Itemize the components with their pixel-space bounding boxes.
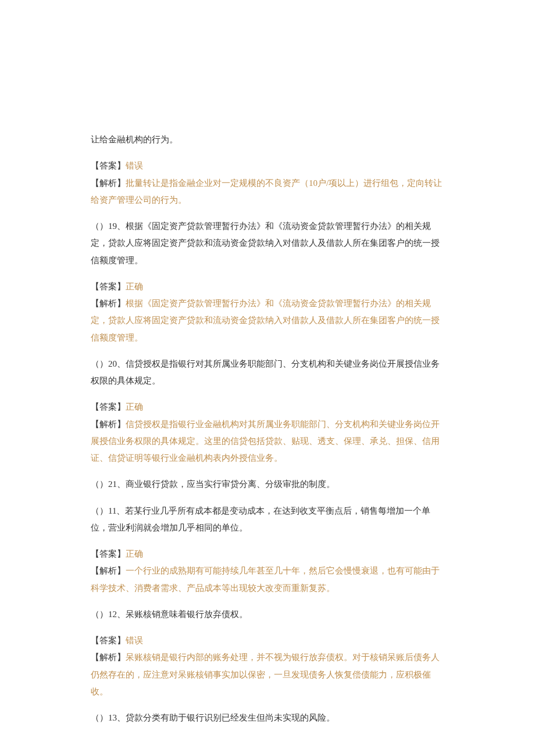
answer-value: 正确 bbox=[126, 549, 143, 558]
analysis-text: 信贷授权是指银行业金融机构对其所属业务职能部门、分支机构和关键业务岗位开展授信业… bbox=[91, 420, 440, 463]
answer-line: 【答案】正确 bbox=[91, 278, 444, 295]
analysis-label: 【解析】 bbox=[91, 566, 126, 575]
analysis-label: 【解析】 bbox=[91, 420, 126, 429]
question-text: （）19、根据《固定资产贷款管理暂行办法》和《流动资金贷款管理暂行办法》的相关规… bbox=[91, 221, 440, 265]
text-fragment: 让给金融机构的行为。 bbox=[91, 135, 178, 144]
q12-answer-block: 【答案】错误 【解析】呆账核销是银行内部的账务处理，并不视为银行放弃债权。对于核… bbox=[91, 632, 444, 700]
question-text: （）13、贷款分类有助于银行识别已经发生但尚未实现的风险。 bbox=[91, 713, 335, 722]
q19-answer-block: 【答案】正确 【解析】根据《固定资产贷款管理暂行办法》和《流动资金贷款管理暂行办… bbox=[91, 278, 444, 346]
q19-question: （）19、根据《固定资产贷款管理暂行办法》和《流动资金贷款管理暂行办法》的相关规… bbox=[91, 218, 444, 269]
answer-label: 【答案】 bbox=[91, 282, 126, 291]
answer-line: 【答案】错误 bbox=[91, 157, 444, 174]
answer-line: 【答案】正确 bbox=[91, 399, 444, 415]
analysis-label: 【解析】 bbox=[91, 653, 126, 662]
q11-answer-block: 【答案】正确 【解析】一个行业的成熟期有可能持续几年甚至几十年，然后它会慢慢衰退… bbox=[91, 546, 444, 597]
answer-label: 【答案】 bbox=[91, 402, 126, 411]
paragraph-fragment: 让给金融机构的行为。 bbox=[91, 131, 444, 148]
analysis-text: 一个行业的成熟期有可能持续几年甚至几十年，然后它会慢慢衰退，也有可能由于科学技术… bbox=[91, 566, 440, 592]
answer-value: 正确 bbox=[126, 282, 143, 291]
analysis-text: 批量转让是指金融企业对一定规模的不良资产（10户/项以上）进行组包，定向转让给资… bbox=[91, 178, 442, 205]
answer-label: 【答案】 bbox=[91, 636, 126, 645]
analysis-label: 【解析】 bbox=[91, 299, 126, 308]
question-text: （）12、呆账核销意味着银行放弃债权。 bbox=[91, 610, 248, 619]
analysis-label: 【解析】 bbox=[91, 178, 126, 188]
question-text: （）11、若某行业几乎所有成本都是变动成本，在达到收支平衡点后，销售每增加一个单… bbox=[91, 506, 430, 532]
answer-value: 正确 bbox=[126, 402, 143, 411]
analysis-text: 根据《固定资产贷款管理暂行办法》和《流动资金贷款管理暂行办法》的相关规定，贷款人… bbox=[91, 299, 440, 342]
q21-question: （）21、商业银行贷款，应当实行审贷分离、分级审批的制度。 bbox=[91, 476, 444, 493]
answer-line: 【答案】正确 bbox=[91, 546, 444, 562]
q20-question: （）20、信贷授权是指银行对其所属业务职能部门、分支机构和关键业务岗位开展授信业… bbox=[91, 356, 444, 390]
q20-answer-block: 【答案】正确 【解析】信贷授权是指银行业金融机构对其所属业务职能部门、分支机构和… bbox=[91, 399, 444, 467]
analysis-line: 【解析】信贷授权是指银行业金融机构对其所属业务职能部门、分支机构和关键业务岗位开… bbox=[91, 416, 444, 467]
q18-answer-block: 【答案】错误 【解析】批量转让是指金融企业对一定规模的不良资产（10户/项以上）… bbox=[91, 157, 444, 209]
q12-question: （）12、呆账核销意味着银行放弃债权。 bbox=[91, 606, 444, 623]
q11-question: （）11、若某行业几乎所有成本都是变动成本，在达到收支平衡点后，销售每增加一个单… bbox=[91, 503, 444, 537]
answer-value: 错误 bbox=[126, 161, 143, 170]
question-text: （）20、信贷授权是指银行对其所属业务职能部门、分支机构和关键业务岗位开展授信业… bbox=[91, 359, 440, 385]
q13-question: （）13、贷款分类有助于银行识别已经发生但尚未实现的风险。 bbox=[91, 710, 444, 726]
analysis-line: 【解析】呆账核销是银行内部的账务处理，并不视为银行放弃债权。对于核销呆账后债务人… bbox=[91, 649, 444, 700]
question-text: （）21、商业银行贷款，应当实行审贷分离、分级审批的制度。 bbox=[91, 479, 335, 489]
analysis-text: 呆账核销是银行内部的账务处理，并不视为银行放弃债权。对于核销呆账后债务人仍然存在… bbox=[91, 653, 440, 696]
answer-label: 【答案】 bbox=[91, 549, 126, 558]
analysis-line: 【解析】批量转让是指金融企业对一定规模的不良资产（10户/项以上）进行组包，定向… bbox=[91, 175, 444, 209]
answer-line: 【答案】错误 bbox=[91, 632, 444, 649]
analysis-line: 【解析】一个行业的成熟期有可能持续几年甚至几十年，然后它会慢慢衰退，也有可能由于… bbox=[91, 562, 444, 597]
analysis-line: 【解析】根据《固定资产贷款管理暂行办法》和《流动资金贷款管理暂行办法》的相关规定… bbox=[91, 295, 444, 346]
answer-label: 【答案】 bbox=[91, 161, 126, 170]
answer-value: 错误 bbox=[126, 636, 143, 645]
